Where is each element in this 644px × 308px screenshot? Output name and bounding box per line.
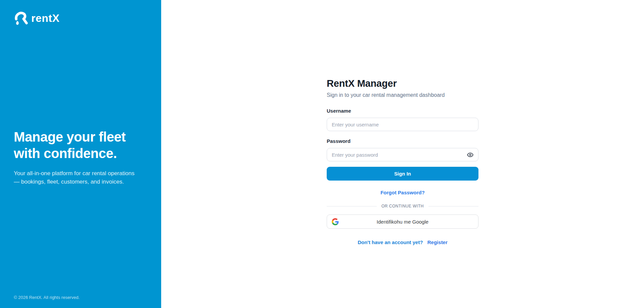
logo: rentX [13, 11, 59, 26]
password-field-group: Password [327, 138, 478, 161]
or-continue-divider: OR CONTINUE WITH [327, 204, 478, 208]
google-icon [332, 218, 339, 225]
copyright: © 2026 RentX. All rights reserved. [14, 295, 80, 300]
register-row: Don't have an account yet? Register [327, 239, 478, 245]
sign-in-button[interactable]: Sign In [327, 167, 478, 181]
password-input[interactable] [327, 148, 478, 161]
rentx-logo-icon [13, 11, 28, 26]
tagline: Your all-in-one platform for car rental … [14, 169, 141, 186]
forgot-password-link[interactable]: Forgot Password? [380, 190, 425, 195]
page-subtitle: Sign in to your car rental management da… [327, 92, 478, 98]
logo-text: rentX [31, 12, 59, 25]
google-button-label: Identifikohu me Google [377, 219, 428, 225]
brand-sidebar: rentX Manage your fleet with confidence.… [0, 0, 161, 308]
login-panel: RentX Manager Sign in to your car rental… [161, 0, 644, 308]
password-label: Password [327, 138, 478, 144]
divider-label: OR CONTINUE WITH [381, 204, 424, 208]
divider-line [428, 206, 478, 206]
sidebar-copy: Manage your fleet with confidence. Your … [14, 129, 145, 186]
headline-line-1: Manage your fleet [14, 129, 145, 145]
username-input[interactable] [327, 118, 478, 131]
forgot-password-row: Forgot Password? [327, 190, 478, 196]
login-card: RentX Manager Sign in to your car rental… [327, 78, 478, 245]
toggle-password-visibility-button[interactable] [466, 151, 474, 159]
login-page: rentX Manage your fleet with confidence.… [0, 0, 644, 308]
username-label: Username [327, 108, 478, 114]
google-sign-in-button[interactable]: Identifikohu me Google [327, 215, 478, 229]
divider-line [327, 206, 377, 206]
headline-line-2: with confidence. [14, 145, 145, 162]
password-input-wrap [327, 148, 478, 161]
username-field-group: Username [327, 108, 478, 131]
register-question: Don't have an account yet? [358, 239, 423, 245]
headline: Manage your fleet with confidence. [14, 129, 145, 162]
eye-icon [467, 151, 474, 158]
page-title: RentX Manager [327, 78, 478, 89]
register-link[interactable]: Register [427, 239, 448, 245]
